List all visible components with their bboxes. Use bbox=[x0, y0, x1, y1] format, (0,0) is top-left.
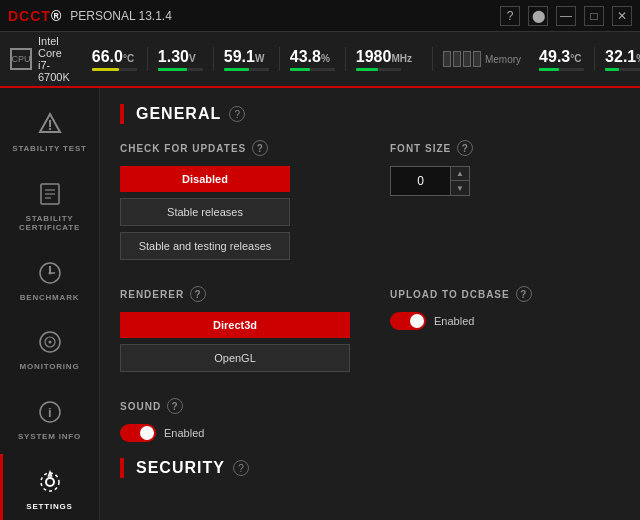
minimize-button[interactable]: — bbox=[556, 6, 576, 26]
monitoring-icon bbox=[34, 326, 66, 358]
security-section-header: SECURITY ? bbox=[120, 458, 620, 478]
check-updates-label: CHECK FOR UPDATES ? bbox=[120, 140, 350, 156]
svg-point-2 bbox=[48, 128, 50, 130]
sound-toggle-label: Enabled bbox=[164, 427, 204, 439]
memory-label: Memory bbox=[485, 54, 521, 65]
general-title: GENERAL bbox=[136, 105, 221, 123]
monitoring-label: MONITORING bbox=[20, 362, 80, 372]
cpu-label: CPU Intel Core i7-6700K bbox=[10, 35, 70, 83]
memory-icon: Memory bbox=[443, 51, 521, 67]
cpu-power-value: 59.1W bbox=[224, 47, 265, 66]
stability-cert-label: STABILITY CERTIFICATE bbox=[8, 214, 91, 233]
help-button[interactable]: ? bbox=[500, 6, 520, 26]
font-size-input[interactable]: 0 bbox=[391, 174, 450, 188]
sound-toggle[interactable] bbox=[120, 424, 156, 442]
cpu-voltage: 1.30V bbox=[148, 47, 214, 71]
sound-help[interactable]: ? bbox=[167, 398, 183, 414]
sidebar-item-stability-test[interactable]: STABILITY TEST bbox=[0, 96, 99, 166]
direct3d-button[interactable]: Direct3d bbox=[120, 312, 350, 338]
opengl-button[interactable]: OpenGL bbox=[120, 344, 350, 372]
renderer-col: RENDERER ? Direct3d OpenGL bbox=[120, 286, 350, 378]
check-updates-help[interactable]: ? bbox=[252, 140, 268, 156]
sound-section: SOUND ? Enabled bbox=[120, 398, 620, 442]
memory-metrics: 49.3°C 32.1% 15797MB bbox=[529, 47, 640, 71]
cpu-icon: CPU bbox=[10, 48, 32, 70]
upload-toggle-row: Enabled bbox=[390, 312, 620, 330]
svg-text:i: i bbox=[47, 405, 51, 420]
font-size-col: FONT SIZE ? 0 ▲ ▼ bbox=[390, 140, 620, 266]
renderer-label: RENDERER ? bbox=[120, 286, 350, 302]
settings-grid: CHECK FOR UPDATES ? Disabled Stable rele… bbox=[120, 140, 620, 266]
cpu-freq-value: 1980MHz bbox=[356, 47, 412, 66]
upload-toggle-label: Enabled bbox=[434, 315, 474, 327]
font-size-help[interactable]: ? bbox=[457, 140, 473, 156]
mem-usage-value: 32.1% bbox=[605, 47, 640, 66]
sidebar-item-stability-cert[interactable]: STABILITY CERTIFICATE bbox=[0, 166, 99, 245]
window-controls: ? ⬤ — □ ✕ bbox=[500, 6, 632, 26]
cpu-usage: 43.8% bbox=[280, 47, 346, 71]
cpu-metrics: 66.0°C 1.30V 59.1W 43.8% 1980MHz bbox=[82, 47, 422, 71]
font-size-down[interactable]: ▼ bbox=[451, 181, 469, 195]
mem-temp-value: 49.3°C bbox=[539, 47, 581, 66]
upload-dcbase-label: UPLOAD TO DCBASE ? bbox=[390, 286, 620, 302]
close-button[interactable]: ✕ bbox=[612, 6, 632, 26]
settings-label: SETTINGS bbox=[26, 502, 72, 512]
stable-releases-button[interactable]: Stable releases bbox=[120, 198, 290, 226]
section-divider bbox=[120, 104, 124, 124]
mem-temp: 49.3°C bbox=[529, 47, 595, 71]
svg-point-13 bbox=[48, 341, 51, 344]
disabled-button[interactable]: Disabled bbox=[120, 166, 290, 192]
general-help-icon[interactable]: ? bbox=[229, 106, 245, 122]
cpu-temp: 66.0°C bbox=[82, 47, 148, 71]
system-info-icon: i bbox=[34, 396, 66, 428]
font-size-label: FONT SIZE ? bbox=[390, 140, 620, 156]
cpu-temp-value: 66.0°C bbox=[92, 47, 134, 66]
settings-icon bbox=[34, 466, 66, 498]
hardware-bar: CPU Intel Core i7-6700K 66.0°C 1.30V 59.… bbox=[0, 32, 640, 88]
main-layout: STABILITY TEST STABILITY CERTIFICATE bbox=[0, 88, 640, 520]
font-size-up[interactable]: ▲ bbox=[451, 167, 469, 181]
svg-point-16 bbox=[46, 478, 54, 486]
cpu-usage-value: 43.8% bbox=[290, 47, 330, 66]
font-size-input-wrap: 0 ▲ ▼ bbox=[390, 166, 470, 196]
renderer-help[interactable]: ? bbox=[190, 286, 206, 302]
screenshot-button[interactable]: ⬤ bbox=[528, 6, 548, 26]
sidebar-item-system-info[interactable]: i SYSTEM INFO bbox=[0, 384, 99, 454]
stability-cert-icon bbox=[34, 178, 66, 210]
upload-dcbase-col: UPLOAD TO DCBASE ? Enabled bbox=[390, 286, 620, 378]
sound-label: SOUND ? bbox=[120, 398, 620, 414]
stability-test-icon bbox=[34, 108, 66, 140]
cpu-freq: 1980MHz bbox=[346, 47, 422, 71]
benchmark-label: BENCHMARK bbox=[20, 293, 80, 303]
sidebar-item-settings[interactable]: SETTINGS bbox=[0, 454, 99, 520]
cpu-power: 59.1W bbox=[214, 47, 280, 71]
title-bar: DCCT® PERSONAL 13.1.4 ? ⬤ — □ ✕ bbox=[0, 0, 640, 32]
memory-section: Memory 49.3°C 32.1% 15797MB 54 bbox=[432, 47, 640, 71]
general-section-header: GENERAL ? bbox=[120, 104, 620, 124]
benchmark-icon bbox=[34, 257, 66, 289]
sound-toggle-row: Enabled bbox=[120, 424, 620, 442]
security-help-icon[interactable]: ? bbox=[233, 460, 249, 476]
sound-toggle-knob bbox=[140, 426, 154, 440]
upload-toggle[interactable] bbox=[390, 312, 426, 330]
stable-testing-releases-button[interactable]: Stable and testing releases bbox=[120, 232, 290, 260]
sidebar: STABILITY TEST STABILITY CERTIFICATE bbox=[0, 88, 100, 520]
content-area: GENERAL ? CHECK FOR UPDATES ? Disabled S… bbox=[100, 88, 640, 520]
sidebar-item-monitoring[interactable]: MONITORING bbox=[0, 314, 99, 384]
app-logo: DCCT® bbox=[8, 8, 62, 24]
mem-usage: 32.1% bbox=[595, 47, 640, 71]
system-info-label: SYSTEM INFO bbox=[18, 432, 81, 442]
font-size-arrows: ▲ ▼ bbox=[450, 167, 469, 195]
upload-dcbase-help[interactable]: ? bbox=[516, 286, 532, 302]
check-updates-col: CHECK FOR UPDATES ? Disabled Stable rele… bbox=[120, 140, 350, 266]
cpu-voltage-value: 1.30V bbox=[158, 47, 196, 66]
security-divider bbox=[120, 458, 124, 478]
sidebar-item-benchmark[interactable]: BENCHMARK bbox=[0, 245, 99, 315]
upload-toggle-knob bbox=[410, 314, 424, 328]
cpu-name: Intel Core i7-6700K bbox=[38, 35, 70, 83]
stability-test-label: STABILITY TEST bbox=[12, 144, 86, 154]
maximize-button[interactable]: □ bbox=[584, 6, 604, 26]
app-version: PERSONAL 13.1.4 bbox=[70, 9, 172, 23]
renderer-grid: RENDERER ? Direct3d OpenGL UPLOAD TO DCB… bbox=[120, 286, 620, 378]
svg-point-10 bbox=[48, 271, 51, 274]
